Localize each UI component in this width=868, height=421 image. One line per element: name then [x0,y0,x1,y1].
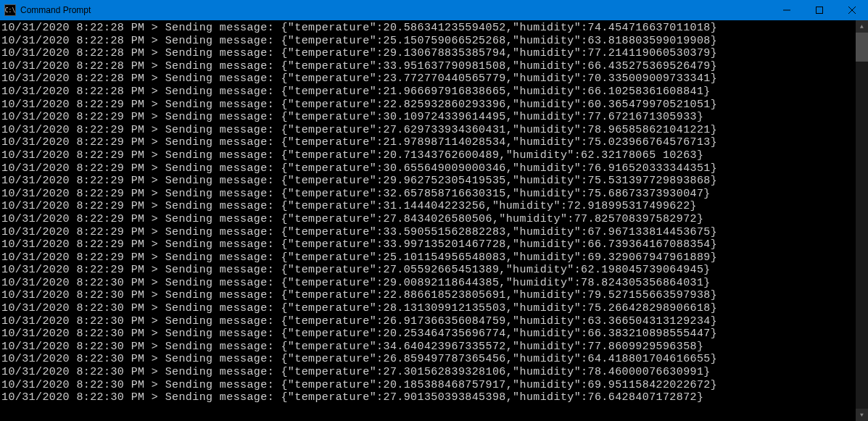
window-title: Command Prompt [20,5,770,15]
svg-rect-1 [816,7,822,14]
maximize-button[interactable] [803,0,835,20]
console-line: 10/31/2020 8:22:28 PM > Sending message:… [1,86,854,99]
cmd-icon: C:\ [4,4,16,16]
console-line: 10/31/2020 8:22:30 PM > Sending message:… [1,289,854,302]
scroll-thumb[interactable] [856,33,868,62]
minimize-button[interactable] [770,0,803,20]
console-line: 10/31/2020 8:22:30 PM > Sending message:… [1,366,854,379]
close-button[interactable] [835,0,868,20]
console-line: 10/31/2020 8:22:28 PM > Sending message:… [1,22,854,35]
console-line: 10/31/2020 8:22:29 PM > Sending message:… [1,175,854,188]
console-line: 10/31/2020 8:22:28 PM > Sending message:… [1,47,854,60]
console-line: 10/31/2020 8:22:29 PM > Sending message:… [1,264,854,277]
console-line: 10/31/2020 8:22:29 PM > Sending message:… [1,162,854,175]
console-line: 10/31/2020 8:22:28 PM > Sending message:… [1,72,854,86]
cmd-icon-label: C:\ [5,7,15,14]
window-controls [770,0,868,20]
scroll-up-arrow[interactable]: ▲ [856,20,868,33]
console-line: 10/31/2020 8:22:29 PM > Sending message:… [1,238,854,251]
console-line: 10/31/2020 8:22:30 PM > Sending message:… [1,315,854,328]
console-line: 10/31/2020 8:22:30 PM > Sending message:… [1,277,854,290]
console-line: 10/31/2020 8:22:30 PM > Sending message:… [1,353,854,366]
console-line: 10/31/2020 8:22:28 PM > Sending message:… [1,60,854,73]
console-line: 10/31/2020 8:22:28 PM > Sending message:… [1,35,854,48]
console-line: 10/31/2020 8:22:29 PM > Sending message:… [1,213,854,226]
console-line: 10/31/2020 8:22:29 PM > Sending message:… [1,251,854,264]
console-line: 10/31/2020 8:22:30 PM > Sending message:… [1,341,854,354]
scroll-track[interactable] [856,33,868,409]
console-content[interactable]: 10/31/2020 8:22:28 PM > Sending message:… [0,20,856,421]
console-line: 10/31/2020 8:22:30 PM > Sending message:… [1,302,854,315]
console-area: 10/31/2020 8:22:28 PM > Sending message:… [0,20,868,421]
console-line: 10/31/2020 8:22:30 PM > Sending message:… [1,391,854,404]
console-line: 10/31/2020 8:22:29 PM > Sending message:… [1,124,854,137]
console-line: 10/31/2020 8:22:30 PM > Sending message:… [1,328,854,341]
console-line: 10/31/2020 8:22:29 PM > Sending message:… [1,111,854,124]
console-line: 10/31/2020 8:22:29 PM > Sending message:… [1,200,854,213]
console-line: 10/31/2020 8:22:30 PM > Sending message:… [1,379,854,392]
console-line: 10/31/2020 8:22:29 PM > Sending message:… [1,188,854,201]
console-line: 10/31/2020 8:22:29 PM > Sending message:… [1,149,854,162]
vertical-scrollbar[interactable]: ▲ ▼ [856,20,868,421]
scroll-down-arrow[interactable]: ▼ [856,409,868,421]
console-line: 10/31/2020 8:22:29 PM > Sending message:… [1,226,854,239]
console-line: 10/31/2020 8:22:29 PM > Sending message:… [1,99,854,112]
titlebar[interactable]: C:\ Command Prompt [0,0,868,20]
console-line: 10/31/2020 8:22:29 PM > Sending message:… [1,136,854,149]
